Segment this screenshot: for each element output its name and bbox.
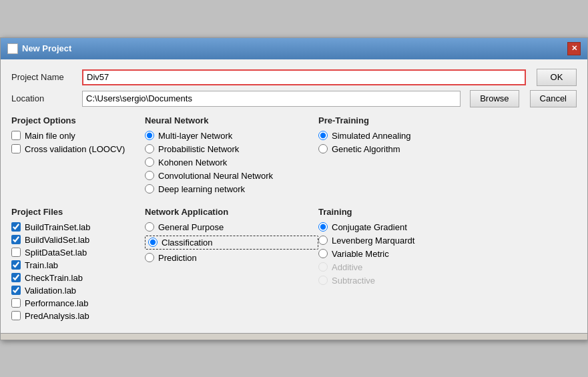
variable-metric-radio[interactable] (318, 249, 328, 258)
deep-learning-label: Deep learning network (158, 184, 245, 194)
file-checkbox-1[interactable] (11, 235, 21, 244)
file-checkbox-4[interactable] (11, 273, 21, 282)
pre-training-section: Pre-Training Simulated Annealing Genetic… (318, 115, 577, 198)
file-row-5: Validation.lab (11, 286, 145, 296)
simulated-annealing-radio[interactable] (318, 131, 328, 140)
network-application-section: Network Application General Purpose Clas… (145, 207, 318, 324)
radio-general-purpose: General Purpose (145, 222, 318, 232)
location-input[interactable] (82, 91, 461, 107)
radio-convolutional: Convolutional Neural Network (145, 171, 312, 181)
file-label-3: Train.lab (25, 260, 58, 270)
classification-radio[interactable] (148, 238, 158, 247)
file-label-2: SplitDataSet.lab (25, 248, 87, 258)
neural-network-section: Neural Network Multi-layer Network Proba… (145, 115, 318, 198)
location-label: Location (11, 93, 78, 103)
kohonen-label: Kohonen Network (158, 157, 227, 167)
file-label-4: CheckTrain.lab (25, 273, 83, 283)
main-file-checkbox[interactable] (11, 131, 21, 140)
probabilistic-label: Probabilistic Network (158, 144, 239, 154)
dialog-title: New Project (22, 43, 71, 53)
levenberg-marquardt-label: Levenberg Marquardt (332, 236, 414, 246)
cross-validation-label: Cross validation (LOOCV) (25, 144, 125, 154)
close-button[interactable]: ✕ (567, 42, 581, 55)
file-checkbox-0[interactable] (11, 222, 21, 232)
cross-validation-checkbox[interactable] (11, 144, 21, 153)
genetic-algorithm-label: Genetic Algorithm (332, 144, 400, 154)
title-bar-left: New Project (7, 43, 71, 54)
file-label-0: BuildTrainSet.lab (25, 222, 91, 232)
file-checkbox-6[interactable] (11, 298, 21, 308)
training-title: Training (318, 207, 577, 217)
title-bar: New Project ✕ (1, 38, 587, 59)
main-file-label: Main file only (25, 131, 75, 141)
browse-button[interactable]: Browse (470, 90, 519, 107)
file-row-7: PredAnalysis.lab (11, 311, 145, 321)
additive-radio (318, 262, 328, 272)
file-row-6: Performance.lab (11, 298, 145, 308)
dialog-icon (7, 43, 18, 54)
deep-learning-radio[interactable] (145, 184, 154, 194)
training-section: Training Conjugate Gradient Levenberg Ma… (318, 207, 577, 324)
radio-conjugate-gradient: Conjugate Gradient (318, 222, 577, 232)
convolutional-radio[interactable] (145, 171, 154, 180)
project-name-input[interactable] (82, 69, 526, 85)
file-checkbox-7[interactable] (11, 311, 21, 320)
general-purpose-radio[interactable] (145, 222, 154, 232)
file-checkbox-5[interactable] (11, 286, 21, 295)
main-content: Project Options Main file only Cross val… (11, 115, 577, 198)
file-row-1: BuildValidSet.lab (11, 235, 145, 245)
radio-additive: Additive (318, 262, 577, 272)
radio-simulated-annealing: Simulated Annealing (318, 131, 570, 141)
bottom-row: Project Files BuildTrainSet.lab BuildVal… (11, 207, 577, 324)
cancel-button[interactable]: Cancel (530, 90, 577, 107)
levenberg-marquardt-radio[interactable] (318, 236, 328, 245)
radio-variable-metric: Variable Metric (318, 249, 577, 259)
neural-network-title: Neural Network (145, 115, 312, 125)
classification-label: Classification (162, 238, 213, 248)
genetic-algorithm-radio[interactable] (318, 144, 328, 153)
radio-levenberg-marquardt: Levenberg Marquardt (318, 236, 577, 246)
ok-button[interactable]: OK (537, 69, 577, 86)
radio-classification: Classification (145, 236, 318, 250)
radio-multilayer: Multi-layer Network (145, 131, 312, 141)
project-options-title: Project Options (11, 115, 138, 125)
multilayer-radio[interactable] (145, 131, 154, 140)
radio-kohonen: Kohonen Network (145, 157, 312, 167)
network-application-title: Network Application (145, 207, 318, 217)
dialog-footer (1, 333, 587, 340)
new-project-dialog: New Project ✕ Project Name OK Location B… (0, 37, 588, 340)
subtractive-label: Subtractive (332, 276, 375, 286)
file-row-0: BuildTrainSet.lab (11, 222, 145, 232)
dialog-body: Project Name OK Location Browse Cancel P… (1, 59, 587, 333)
project-files-section: Project Files BuildTrainSet.lab BuildVal… (11, 207, 145, 324)
file-row-2: SplitDataSet.lab (11, 248, 145, 258)
kohonen-radio[interactable] (145, 157, 154, 167)
probabilistic-radio[interactable] (145, 144, 154, 153)
project-files-title: Project Files (11, 207, 145, 217)
radio-genetic-algorithm: Genetic Algorithm (318, 144, 570, 154)
radio-subtractive: Subtractive (318, 276, 577, 286)
general-purpose-label: General Purpose (158, 222, 224, 232)
file-label-1: BuildValidSet.lab (25, 235, 89, 245)
simulated-annealing-label: Simulated Annealing (332, 131, 411, 141)
prediction-radio[interactable] (145, 253, 154, 262)
radio-deep-learning: Deep learning network (145, 184, 312, 194)
file-label-5: Validation.lab (25, 286, 76, 296)
subtractive-radio (318, 276, 328, 285)
file-label-7: PredAnalysis.lab (25, 311, 89, 321)
variable-metric-label: Variable Metric (332, 249, 389, 259)
radio-prediction: Prediction (145, 253, 318, 263)
additive-label: Additive (332, 262, 362, 272)
file-checkbox-3[interactable] (11, 260, 21, 270)
checkbox-cross-validation: Cross validation (LOOCV) (11, 144, 138, 154)
conjugate-gradient-radio[interactable] (318, 222, 328, 232)
file-row-4: CheckTrain.lab (11, 273, 145, 283)
project-options-section: Project Options Main file only Cross val… (11, 115, 145, 198)
file-checkbox-2[interactable] (11, 248, 21, 257)
multilayer-label: Multi-layer Network (158, 131, 232, 141)
checkbox-main-file: Main file only (11, 131, 138, 141)
project-name-label: Project Name (11, 72, 78, 82)
conjugate-gradient-label: Conjugate Gradient (332, 222, 407, 232)
prediction-label: Prediction (158, 253, 197, 263)
radio-probabilistic: Probabilistic Network (145, 144, 312, 154)
